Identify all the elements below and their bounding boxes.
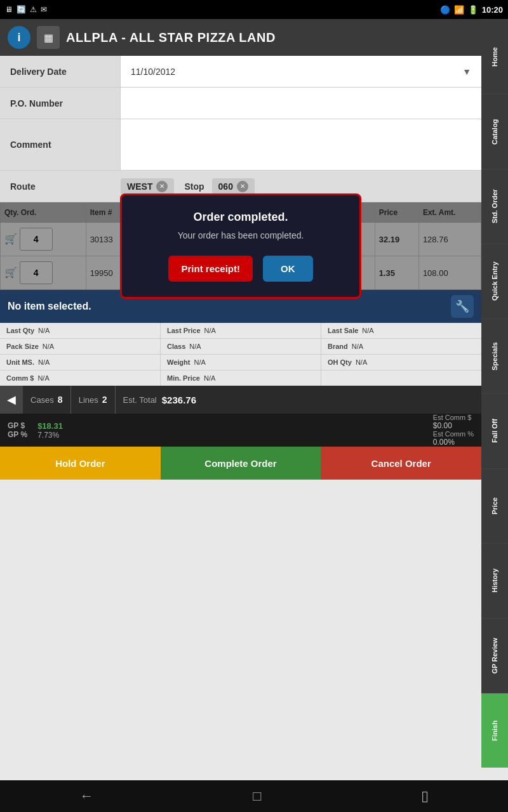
alert-icon: ⚠ [30,5,37,14]
gp-values: $18.31 7.73% [37,421,63,440]
est-comm-dollar-value: $0.00 [433,421,452,430]
route-close-button[interactable]: ✕ [156,181,168,192]
sidebar-item-price[interactable]: Price [481,468,508,543]
stop-chip[interactable]: 060 ✕ [212,178,255,195]
last-qty-value: N/A [38,327,50,334]
delivery-date-row: Delivery Date 11/10/2012 ▼ [0,56,481,88]
stop-close-button[interactable]: ✕ [237,181,248,192]
detail-cell-min-price: Min. Price N/A [161,370,321,386]
po-number-row: P.O. Number [0,88,481,119]
nav-back-button[interactable]: ← [67,783,106,809]
po-number-label: P.O. Number [0,88,121,119]
app-header: i ▦ ALLPLA - ALL STAR PIZZA LAND [0,19,481,56]
hold-order-button[interactable]: Hold Order [0,447,161,480]
cases-stat: Cases 8 [23,386,71,414]
ok-button[interactable]: OK [263,256,313,282]
class-value: N/A [189,343,201,350]
detail-cell-unit-ms: Unit MS. N/A [0,355,160,370]
right-sidebar: Home Catalog Std. Order Quick Entry Spec… [481,19,508,768]
print-receipt-button[interactable]: Print receipt! [168,256,253,282]
tool-button[interactable]: 🔧 [451,295,474,318]
lines-stat: Lines 2 [71,386,116,414]
sidebar-item-catalog[interactable]: Catalog [481,94,508,169]
clock: 10:20 [482,5,503,15]
oh-qty-value: N/A [356,358,367,366]
unit-ms-label: Unit MS. [6,358,34,366]
modal-title: Order completed. [140,211,342,224]
est-total-stat: Est. Total $236.76 [116,386,481,414]
delivery-date-text: 11/10/2012 [131,67,175,77]
last-sale-label: Last Sale [328,327,358,334]
sidebar-item-gp-review[interactable]: GP Review [481,618,508,693]
delivery-date-label: Delivery Date [0,56,121,87]
sidebar-item-std-order[interactable]: Std. Order [481,169,508,244]
route-value-area: WEST ✕ Stop 060 ✕ [121,178,481,195]
nav-recents-button[interactable]: ▯ [408,783,441,809]
cancel-order-button[interactable]: Cancel Order [321,447,481,480]
sidebar-item-home[interactable]: Home [481,19,508,94]
sidebar-item-fall-off[interactable]: Fall Off [481,393,508,468]
delivery-date-dropdown-icon: ▼ [462,67,471,77]
status-right: 🔵 📶 🔋 10:20 [440,5,503,15]
gp-comm-section: Est Comm $ $0.00 Est Comm % 0.00% [433,414,474,447]
gp-percent-label: GP % [8,430,27,439]
back-icon: ◀ [7,393,16,407]
email-icon: ✉ [41,5,47,14]
battery-icon: 🔋 [468,5,478,15]
gp-row: GP $ GP % $18.31 7.73% Est Comm $ $0.00 … [0,414,481,447]
order-table-container: Qty. Ord. Item # Unit Description Price … [0,202,481,290]
nav-bar: ← □ ▯ [0,780,508,812]
est-total-value: $236.76 [162,395,196,405]
nav-home-button[interactable]: □ [240,783,274,809]
po-number-value[interactable] [121,88,481,119]
est-comm-dollar-label: Est Comm $ [433,414,472,421]
detail-cell-weight: Weight N/A [161,355,321,370]
details-grid: Last Qty N/A Last Price N/A Last Sale N/… [0,323,481,386]
weight-label: Weight [167,358,190,366]
last-qty-label: Last Qty [6,327,34,334]
last-price-label: Last Price [167,327,201,334]
route-chip[interactable]: WEST ✕ [121,178,174,195]
bluetooth-icon: 🔵 [440,5,450,15]
sidebar-item-specials[interactable]: Specials [481,318,508,393]
modal-buttons: Print receipt! OK [140,256,342,282]
action-buttons: Hold Order Complete Order Cancel Order [0,447,481,480]
sync-icon: 🔄 [17,5,26,14]
detail-cell-class: Class N/A [161,339,321,354]
stop-label: Stop [184,181,204,192]
comm-label: Comm $ [6,374,34,382]
delivery-date-value[interactable]: 11/10/2012 ▼ [121,56,481,87]
detail-cell-brand: Brand N/A [321,339,481,354]
last-price-value: N/A [204,327,216,334]
comm-value: N/A [37,374,49,382]
status-bar: 🖥 🔄 ⚠ ✉ 🔵 📶 🔋 10:20 [0,0,508,19]
tool-icon: 🔧 [455,299,469,313]
est-total-label: Est. Total [123,395,157,405]
brand-label: Brand [328,343,348,350]
brand-value: N/A [352,343,363,350]
info-button[interactable]: i [8,26,30,49]
menu-button[interactable]: ▦ [37,26,60,49]
comment-value[interactable] [121,119,481,170]
detail-cell-last-sale: Last Sale N/A [321,323,481,338]
footer-stats-bar: ◀ Cases 8 Lines 2 Est. Total $236.76 [0,386,481,414]
screen-icon: 🖥 [5,5,13,14]
lines-label: Lines [79,395,98,405]
last-sale-value: N/A [362,327,373,334]
wifi-icon: 📶 [454,5,464,15]
sidebar-item-quick-entry[interactable]: Quick Entry [481,244,508,318]
status-icons: 🖥 🔄 ⚠ ✉ [5,5,47,14]
order-form: Delivery Date 11/10/2012 ▼ P.O. Number C… [0,56,481,171]
stop-chip-text: 060 [218,181,233,192]
pack-size-value: N/A [43,343,54,350]
est-comm-percent-label: Est Comm % [433,430,474,438]
complete-order-button[interactable]: Complete Order [161,447,321,480]
cases-value: 8 [58,395,63,405]
modal-dialog: Order completed. Your order has been com… [120,193,361,299]
route-label: Route [0,174,121,199]
weight-value: N/A [194,358,205,366]
sidebar-item-history[interactable]: History [481,543,508,618]
back-button[interactable]: ◀ [0,386,23,414]
main-content: i ▦ ALLPLA - ALL STAR PIZZA LAND Deliver… [0,19,481,780]
sidebar-item-finish[interactable]: Finish [481,693,508,768]
